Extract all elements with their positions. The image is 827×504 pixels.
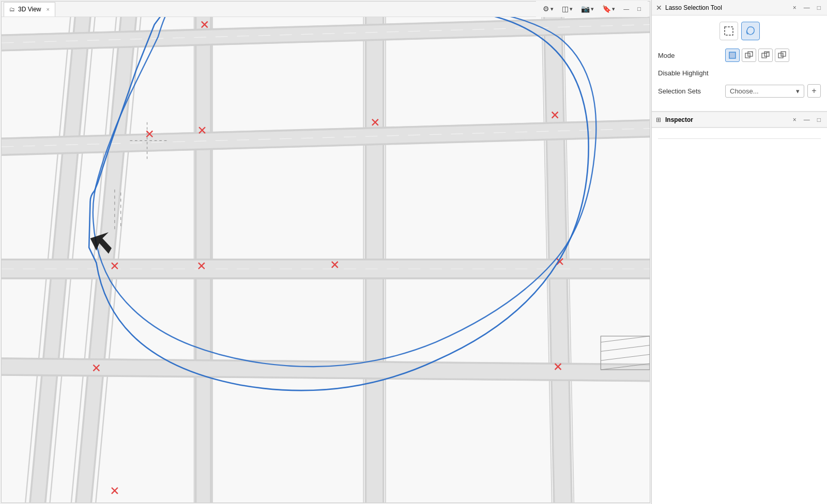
layers-icon: ◫ [562, 5, 569, 13]
lasso-panel-header: ✕ Lasso Selection Tool × — □ [652, 0, 827, 15]
camera-button[interactable]: 📷 ▾ [578, 3, 596, 14]
bookmark-dropdown-icon: ▾ [612, 6, 615, 12]
tool-icons-row [658, 22, 821, 40]
view-tab-label: 3D View [18, 6, 41, 13]
inspector-title: Inspector [665, 116, 788, 123]
lasso-select-button[interactable] [741, 22, 760, 40]
bookmark-button[interactable]: 🔖 ▾ [600, 3, 618, 14]
view-tab-bar: 🗂 3D View × ⚙ ▾ ◫ ▾ 📷 ▾ [2, 2, 650, 17]
lasso-panel-content: Mode [652, 15, 827, 111]
settings-icon: ⚙ [543, 5, 549, 13]
disable-highlight-label: Disable Highlight [658, 69, 725, 77]
inspector-panel-header: ⊞ Inspector × — □ [652, 112, 827, 128]
mode-remove-btn[interactable] [758, 49, 773, 62]
view-panel: 🗂 3D View × ⚙ ▾ ◫ ▾ 📷 ▾ [1, 1, 650, 503]
inspector-maximize[interactable]: □ [815, 115, 823, 124]
lasso-panel-icon: ✕ [656, 4, 662, 12]
main-area: 🗂 3D View × ⚙ ▾ ◫ ▾ 📷 ▾ [0, 0, 827, 504]
app-container: 🗂 3D View × ⚙ ▾ ◫ ▾ 📷 ▾ [0, 0, 827, 504]
settings-button[interactable]: ⚙ ▾ [540, 3, 556, 14]
lasso-panel-close[interactable]: × [791, 3, 799, 12]
lasso-panel-title: Lasso Selection Tool [665, 4, 788, 11]
maximize-icon: □ [637, 6, 641, 12]
disable-highlight-row: Disable Highlight [658, 69, 821, 77]
camera-dropdown-icon: ▾ [591, 6, 594, 12]
right-panel: ✕ Lasso Selection Tool × — □ [651, 0, 827, 504]
inspector-content [652, 128, 827, 504]
selection-sets-add-button[interactable]: + [807, 84, 821, 98]
minimize-view-button[interactable]: — [621, 4, 632, 13]
minimize-icon: — [623, 6, 629, 12]
svg-rect-79 [729, 52, 736, 58]
mode-add-btn[interactable] [742, 49, 756, 62]
layers-button[interactable]: ◫ ▾ [559, 3, 575, 14]
inspector-minimize[interactable]: — [802, 115, 812, 124]
maximize-view-button[interactable]: □ [635, 4, 644, 13]
view-tab-icon: 🗂 [9, 6, 15, 12]
selection-sets-label: Selection Sets [658, 87, 725, 95]
map-svg [2, 17, 650, 502]
mode-intersect-btn[interactable] [775, 49, 789, 62]
selection-sets-dropdown[interactable]: Choose... ▾ [725, 85, 804, 98]
svg-rect-88 [781, 53, 783, 56]
dropdown-arrow-icon: ▾ [796, 87, 800, 95]
rectangle-select-button[interactable] [719, 22, 738, 40]
view-tab-close[interactable]: × [46, 6, 49, 12]
view-toolbar: ⚙ ▾ ◫ ▾ 📷 ▾ 🔖 ▾ [536, 1, 648, 18]
inspector-icon: ⊞ [656, 116, 661, 123]
view-tab-3d[interactable]: 🗂 3D View × [4, 2, 55, 17]
mode-replace-btn[interactable] [725, 49, 740, 62]
map-canvas[interactable] [2, 17, 650, 502]
mode-buttons [725, 49, 821, 62]
svg-rect-78 [725, 27, 733, 35]
bookmark-icon: 🔖 [602, 5, 611, 13]
lasso-panel-maximize[interactable]: □ [815, 3, 823, 12]
disable-highlight-toggle[interactable] [725, 69, 821, 77]
mode-row: Mode [658, 49, 821, 62]
layers-dropdown-icon: ▾ [570, 6, 573, 12]
selection-sets-placeholder: Choose... [730, 87, 759, 95]
inspector-close[interactable]: × [791, 115, 799, 124]
settings-dropdown-icon: ▾ [550, 6, 554, 12]
camera-icon: 📷 [581, 5, 590, 13]
inspector-separator [658, 138, 821, 139]
lasso-tool-panel: ✕ Lasso Selection Tool × — □ [652, 0, 827, 112]
lasso-panel-minimize[interactable]: — [802, 3, 812, 12]
inspector-panel: ⊞ Inspector × — □ [652, 112, 827, 504]
mode-label: Mode [658, 52, 725, 59]
selection-sets-row: Selection Sets Choose... ▾ + [658, 84, 821, 98]
